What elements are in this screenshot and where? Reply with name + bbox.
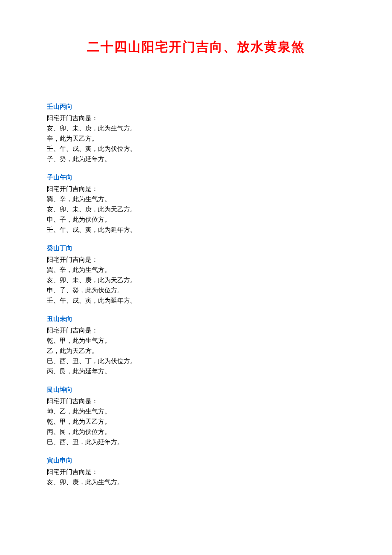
content-line: 阳宅开门吉向是： <box>47 113 345 123</box>
section-2: 癸山丁向 阳宅开门吉向是： 巽、辛，此为生气方。 亥、卯、未、庚，此为天乙方。 … <box>47 244 345 306</box>
content-line: 巳、酉、丑，此为延年方。 <box>47 437 345 447</box>
content-line: 亥、卯、未、庚，此为天乙方。 <box>47 204 345 214</box>
section-heading: 壬山丙向 <box>47 103 345 111</box>
section-heading: 艮山坤向 <box>47 386 345 394</box>
content-line: 壬、午、戌、寅，此为延年方。 <box>47 225 345 235</box>
content-line: 阳宅开门吉向是： <box>47 254 345 265</box>
document-title: 二十四山阳宅开门吉向、放水黄泉煞 <box>47 38 345 56</box>
content-line: 巳、酉、丑、丁，此为伏位方。 <box>47 356 345 366</box>
content-line: 巽、辛，此为生气方。 <box>47 194 345 204</box>
content-line: 阳宅开门吉向是： <box>47 467 345 477</box>
content-line: 申、子，此为伏位方。 <box>47 214 345 225</box>
section-heading: 寅山申向 <box>47 457 345 465</box>
content-line: 亥、卯、未、庚，此为生气方。 <box>47 123 345 133</box>
content-line: 亥、卯、未、庚，此为天乙方。 <box>47 275 345 285</box>
content-line: 乾、甲，此为天乙方。 <box>47 416 345 427</box>
section-4: 艮山坤向 阳宅开门吉向是： 坤、乙，此为生气方。 乾、甲，此为天乙方。 丙、艮，… <box>47 386 345 447</box>
section-heading: 癸山丁向 <box>47 244 345 252</box>
content-line: 辛，此为天乙方。 <box>47 133 345 144</box>
content-line: 巽、辛，此为生气方。 <box>47 265 345 275</box>
section-3: 丑山未向 阳宅开门吉向是： 乾、甲，此为生气方。 乙，此为天乙方。 巳、酉、丑、… <box>47 315 345 376</box>
content-line: 壬、午、戌、寅，此为伏位方。 <box>47 144 345 154</box>
content-line: 阳宅开门吉向是： <box>47 184 345 194</box>
content-line: 阳宅开门吉向是： <box>47 396 345 406</box>
content-line: 丙、艮，此为伏位方。 <box>47 427 345 437</box>
section-heading: 丑山未向 <box>47 315 345 323</box>
section-0: 壬山丙向 阳宅开门吉向是： 亥、卯、未、庚，此为生气方。 辛，此为天乙方。 壬、… <box>47 103 345 164</box>
content-line: 丙、艮，此为延年方。 <box>47 366 345 376</box>
section-5: 寅山申向 阳宅开门吉向是： 亥、卯、庚，此为生气方。 <box>47 457 345 487</box>
content-line: 亥、卯、庚，此为生气方。 <box>47 477 345 487</box>
section-heading: 子山午向 <box>47 173 345 182</box>
content-line: 阳宅开门吉向是： <box>47 325 345 335</box>
content-line: 壬、午、戌、寅，此为延年方。 <box>47 295 345 306</box>
content-line: 子、癸，此为延年方。 <box>47 154 345 164</box>
content-line: 乙，此为天乙方。 <box>47 346 345 356</box>
content-line: 坤、乙，此为生气方。 <box>47 406 345 416</box>
content-line: 申、子、癸，此为伏位方。 <box>47 285 345 295</box>
section-1: 子山午向 阳宅开门吉向是： 巽、辛，此为生气方。 亥、卯、未、庚，此为天乙方。 … <box>47 173 345 235</box>
content-line: 乾、甲，此为生气方。 <box>47 335 345 346</box>
